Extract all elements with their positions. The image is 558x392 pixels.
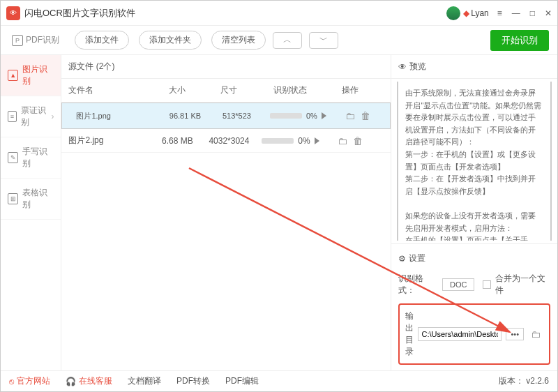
format-label: 识别格式： [398,273,438,296]
merge-label: 合并为一个文件 [495,273,550,296]
handwrite-icon: ✎ [8,152,18,163]
sidebar-label: 票证识别 [21,105,47,128]
start-button[interactable]: 开始识别 [490,30,549,51]
progress-bar [262,138,294,144]
settings-title: 设置 [409,252,425,264]
footer-pdfconv[interactable]: PDF转换 [176,375,210,387]
add-file-button[interactable]: 添加文件 [75,31,129,50]
output-label: 输出目录 [405,310,414,358]
cell-size: 96.81 KB [160,106,210,126]
col-action: 操作 [325,79,375,102]
menu-icon[interactable]: ≡ [497,8,502,18]
add-folder-button[interactable]: 添加文件夹 [139,31,202,50]
cell-dim: 513*523 [210,106,263,126]
tab-pdf-label: PDF识别 [26,34,59,46]
sidebar-item-table[interactable]: ⊞表格识别 [1,179,61,220]
cell-dim: 4032*3024 [202,130,255,151]
col-name: 文件名 [61,79,152,102]
sidebar-item-image[interactable]: ▲图片识别 [1,55,61,96]
preview-body: 由于系统限制，无法直接通过金舟录屏开启"显示点击位置"功能。如果您仍然需要在录制… [397,82,552,241]
sidebar-item-handwrite[interactable]: ✎手写识别 [1,137,61,179]
footer-website[interactable]: ⎋官方网站 [9,375,50,387]
avatar[interactable] [446,6,460,20]
sidebar-label: 图片识别 [22,63,54,87]
cell-name: 图片1.png [69,105,160,127]
col-size: 大小 [152,79,202,102]
filelist-heading: 源文件 (2个) [61,55,391,79]
sidebar-label: 表格识别 [22,187,54,211]
preview-title: 预览 [409,61,426,73]
footer-pdfedit[interactable]: PDF编辑 [225,375,259,387]
progress-pct: 0% [298,136,310,146]
username[interactable]: Lyan [471,8,489,18]
gem-icon: ◆ [463,8,469,18]
merge-checkbox[interactable] [483,280,490,289]
table-icon: ⊞ [8,193,18,204]
close-icon[interactable]: ✕ [545,8,552,18]
output-path-input[interactable] [418,327,502,341]
sidebar-label: 手写识别 [22,146,54,169]
maximize-icon[interactable]: □ [530,8,535,18]
clear-list-button[interactable]: 清空列表 [211,31,266,50]
cell-size: 6.68 MB [152,130,202,151]
play-icon[interactable] [315,137,319,144]
export-icon: ⎋ [9,377,14,386]
gear-icon: ⚙ [398,254,406,264]
tab-pdf[interactable]: P PDF识别 [6,34,65,46]
sidebar-item-invoice[interactable]: ≡票证识别› [1,96,61,137]
image-icon: ▲ [8,70,18,81]
move-up-button[interactable]: ︿ [273,32,302,49]
output-box: 输出目录 ••• 🗀 [398,303,550,365]
col-dim: 尺寸 [202,79,255,102]
format-select[interactable]: DOC [442,278,474,291]
footer-support[interactable]: 🎧在线客服 [66,375,112,387]
cell-name: 图片2.jpg [61,129,152,152]
invoice-icon: ≡ [8,111,17,122]
delete-icon[interactable]: 🗑 [361,110,370,121]
browse-button[interactable]: ••• [506,328,524,340]
table-row[interactable]: 图片1.png 96.81 KB 513*523 0% 🗀🗑 [61,103,391,129]
delete-icon[interactable]: 🗑 [353,135,363,146]
footer-doctrans[interactable]: 文档翻译 [128,375,161,387]
move-down-button[interactable]: ﹀ [309,32,338,49]
minimize-icon[interactable]: — [512,8,520,18]
table-row[interactable]: 图片2.jpg 6.68 MB 4032*3024 0% 🗀🗑 [61,129,391,153]
chevron-right-icon: › [51,112,54,121]
folder-icon[interactable]: 🗀 [338,135,347,146]
table-header: 文件名 大小 尺寸 识别状态 操作 [61,79,391,103]
play-icon[interactable] [322,112,326,119]
pdf-icon: P [12,35,23,46]
open-folder-icon[interactable]: 🗀 [531,329,541,340]
col-status: 识别状态 [255,79,325,102]
app-logo: 👁 [6,6,20,20]
eye-icon: 👁 [398,62,407,72]
folder-icon[interactable]: 🗀 [345,110,355,121]
progress-pct: 0% [306,112,317,120]
version-label: 版本： v2.2.6 [499,375,549,387]
app-title: 闪电OCR图片文字识别软件 [24,7,446,20]
headset-icon: 🎧 [66,377,76,386]
progress-bar [270,113,302,119]
